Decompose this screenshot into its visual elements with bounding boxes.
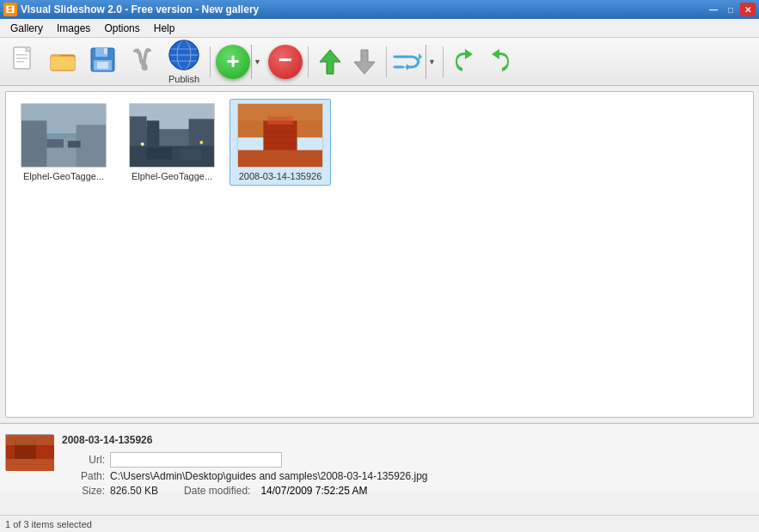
svg-rect-29 bbox=[46, 139, 64, 148]
thumbnail-label: Elphel-GeoTagge... bbox=[125, 171, 219, 181]
titlebar: 🎞 Visual Slideshow 2.0 - Free version - … bbox=[0, 0, 759, 19]
app-icon: 🎞 bbox=[3, 3, 17, 16]
new-button[interactable] bbox=[5, 43, 43, 81]
shuffle-button[interactable] bbox=[392, 45, 425, 79]
save-button[interactable] bbox=[84, 43, 122, 81]
svg-marker-23 bbox=[407, 64, 410, 70]
gallery-item[interactable]: 2008-03-14-135926 bbox=[230, 99, 331, 186]
remove-button[interactable]: − bbox=[268, 45, 303, 79]
thumbnail-label: 2008-03-14-135926 bbox=[233, 171, 327, 181]
svg-rect-48 bbox=[265, 137, 295, 138]
thumbnail-image bbox=[237, 103, 323, 168]
info-thumbnail bbox=[5, 429, 53, 486]
separator-1 bbox=[210, 46, 211, 77]
separator-2 bbox=[308, 46, 309, 77]
svg-rect-28 bbox=[77, 125, 106, 167]
publish-group: Publish bbox=[163, 43, 205, 81]
svg-rect-2 bbox=[16, 54, 28, 56]
info-name: 2008-03-14-135926 bbox=[62, 434, 754, 446]
window-title: Visual Slideshow 2.0 - Free version - Ne… bbox=[21, 3, 259, 15]
date-label: Date modified: bbox=[184, 485, 250, 497]
svg-rect-53 bbox=[6, 459, 54, 471]
size-value: 826.50 KB bbox=[110, 485, 158, 497]
globe-icon bbox=[168, 39, 200, 74]
statusbar: 1 of 3 items selected bbox=[0, 515, 759, 532]
svg-rect-47 bbox=[265, 131, 295, 132]
remove-icon: − bbox=[279, 48, 292, 72]
svg-marker-22 bbox=[419, 53, 422, 60]
status-text: 1 of 3 items selected bbox=[5, 519, 92, 529]
add-button[interactable]: + bbox=[216, 45, 250, 79]
maximize-button[interactable]: □ bbox=[723, 3, 738, 16]
svg-rect-46 bbox=[265, 125, 295, 126]
thumbnail-image bbox=[129, 103, 215, 168]
publish-label: Publish bbox=[168, 74, 199, 84]
svg-rect-27 bbox=[21, 120, 46, 167]
separator-3 bbox=[386, 46, 387, 77]
url-input[interactable] bbox=[110, 452, 282, 468]
menu-help[interactable]: Help bbox=[147, 21, 182, 36]
url-label: Url: bbox=[62, 454, 105, 466]
add-dropdown-button[interactable]: ▼ bbox=[251, 45, 263, 79]
separator-4 bbox=[443, 46, 444, 77]
svg-rect-4 bbox=[16, 61, 24, 63]
titlebar-controls: — □ ✕ bbox=[706, 3, 756, 16]
info-panel: 2008-03-14-135926 Url: Path: C:\Users\Ad… bbox=[0, 423, 759, 492]
svg-rect-3 bbox=[16, 58, 28, 59]
publish-button[interactable]: Publish bbox=[163, 43, 205, 81]
svg-point-40 bbox=[199, 141, 203, 144]
path-value: C:\Users\Admin\Desktop\guides and sample… bbox=[110, 470, 428, 482]
shuffle-dropdown-button[interactable]: ▼ bbox=[425, 45, 438, 79]
path-label: Path: bbox=[62, 470, 105, 482]
minimize-button[interactable]: — bbox=[706, 3, 721, 16]
shuffle-group: ▼ bbox=[392, 45, 438, 79]
toolbar: Publish + ▼ − bbox=[0, 38, 759, 86]
gallery-item[interactable]: Elphel-GeoTagge... bbox=[13, 99, 114, 186]
titlebar-left: 🎞 Visual Slideshow 2.0 - Free version - … bbox=[3, 3, 259, 16]
svg-marker-21 bbox=[354, 50, 375, 74]
redo-button[interactable] bbox=[483, 45, 516, 79]
svg-point-39 bbox=[141, 143, 144, 146]
gallery-area[interactable]: Elphel-GeoTagge... Elphel-G bbox=[5, 91, 754, 418]
svg-rect-49 bbox=[265, 143, 295, 144]
thumbnail-image bbox=[21, 103, 107, 168]
move-down-button[interactable] bbox=[348, 45, 381, 79]
gallery-item[interactable]: Elphel-GeoTagge... bbox=[121, 99, 223, 186]
svg-rect-38 bbox=[181, 150, 202, 160]
add-group: + ▼ bbox=[216, 45, 263, 79]
size-row: Size: 826.50 KB Date modified: 14/07/200… bbox=[62, 485, 754, 497]
menu-gallery[interactable]: Gallery bbox=[3, 21, 50, 36]
menu-options[interactable]: Options bbox=[97, 21, 146, 36]
svg-rect-37 bbox=[147, 148, 172, 160]
undo-button[interactable] bbox=[449, 45, 481, 79]
info-fields: 2008-03-14-135926 Url: Path: C:\Users\Ad… bbox=[62, 429, 754, 486]
menu-images[interactable]: Images bbox=[50, 21, 97, 36]
svg-rect-44 bbox=[238, 150, 322, 168]
folder-icon bbox=[50, 48, 77, 76]
svg-rect-45 bbox=[238, 104, 322, 121]
size-label: Size: bbox=[62, 485, 105, 497]
move-up-button[interactable] bbox=[314, 45, 346, 79]
svg-rect-13 bbox=[97, 62, 108, 69]
svg-rect-30 bbox=[68, 141, 81, 148]
open-button[interactable] bbox=[45, 43, 83, 81]
url-row: Url: bbox=[62, 452, 754, 468]
info-thumb-image bbox=[5, 434, 53, 470]
properties-button[interactable] bbox=[124, 43, 162, 81]
new-icon bbox=[12, 46, 36, 77]
save-icon bbox=[90, 47, 116, 76]
date-value: 14/07/2009 7:52:25 AM bbox=[260, 485, 367, 497]
svg-rect-11 bbox=[104, 48, 107, 54]
svg-marker-20 bbox=[320, 50, 340, 74]
wrench-icon bbox=[131, 47, 155, 76]
menubar: Gallery Images Options Help bbox=[0, 19, 759, 38]
close-button[interactable]: ✕ bbox=[740, 3, 756, 16]
add-icon: + bbox=[226, 50, 239, 72]
svg-rect-54 bbox=[6, 435, 54, 445]
thumbnail-label: Elphel-GeoTagge... bbox=[16, 171, 111, 181]
svg-rect-8 bbox=[51, 57, 75, 70]
path-row: Path: C:\Users\Admin\Desktop\guides and … bbox=[62, 470, 754, 482]
